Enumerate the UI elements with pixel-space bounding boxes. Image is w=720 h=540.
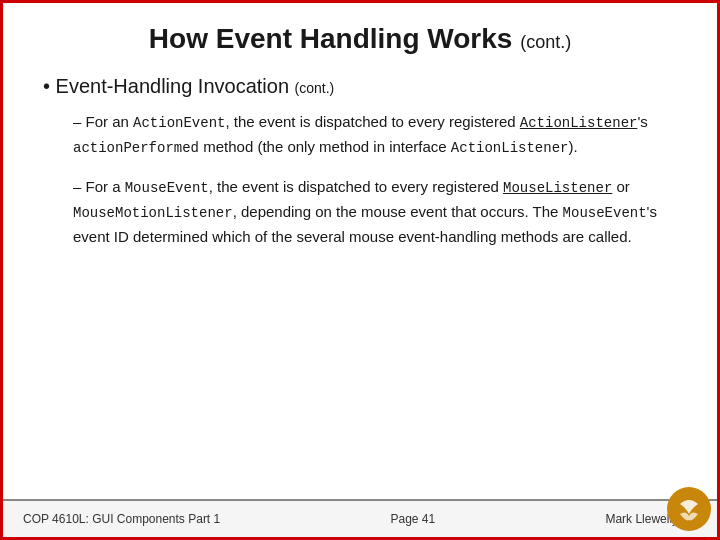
slide-title: How Event Handling Works (cont.) — [43, 23, 677, 55]
sub1-text2: , the event is dispatched to every regis… — [225, 113, 519, 130]
slide-content: How Event Handling Works (cont.) • Event… — [3, 3, 717, 499]
dash-2: – — [73, 178, 81, 195]
footer-center: Page 41 — [390, 512, 435, 526]
sub-item-2: – For a MouseEvent, the event is dispatc… — [73, 175, 677, 248]
main-bullet: • Event-Handling Invocation (cont.) — [43, 75, 677, 98]
sub2-text3: or — [612, 178, 630, 195]
sub1-text4: method (the only method in interface — [199, 138, 451, 155]
dash-1: – — [73, 113, 81, 130]
sub2-code1: MouseEvent — [125, 180, 209, 196]
slide: How Event Handling Works (cont.) • Event… — [0, 0, 720, 540]
sub1-text5: ). — [568, 138, 577, 155]
title-cont: (cont.) — [520, 32, 571, 52]
sub2-code4: MouseEvent — [563, 205, 647, 221]
sub1-code2: ActionListener — [520, 115, 638, 131]
sub2-code2: MouseListener — [503, 180, 612, 196]
sub1-text3: 's — [637, 113, 647, 130]
bullet-text: Event-Handling Invocation — [56, 75, 289, 97]
sub2-code3: MouseMotionListener — [73, 205, 233, 221]
logo — [667, 487, 717, 537]
sub1-code3: actionPerformed — [73, 140, 199, 156]
sub2-text2: , the event is dispatched to every regis… — [209, 178, 503, 195]
sub-item-1: – For an ActionEvent, the event is dispa… — [73, 110, 677, 159]
bullet-cont: (cont.) — [295, 80, 335, 96]
sub1-code4: ActionListener — [451, 140, 569, 156]
sub2-text1: For a — [86, 178, 125, 195]
title-text: How Event Handling Works — [149, 23, 513, 54]
sub1-text1: For an — [86, 113, 134, 130]
slide-footer: COP 4610L: GUI Components Part 1 Page 41… — [3, 499, 717, 537]
footer-left: COP 4610L: GUI Components Part 1 — [23, 512, 220, 526]
logo-circle — [667, 487, 711, 531]
sub1-code1: ActionEvent — [133, 115, 225, 131]
sub2-text4: , depending on the mouse event that occu… — [233, 203, 563, 220]
